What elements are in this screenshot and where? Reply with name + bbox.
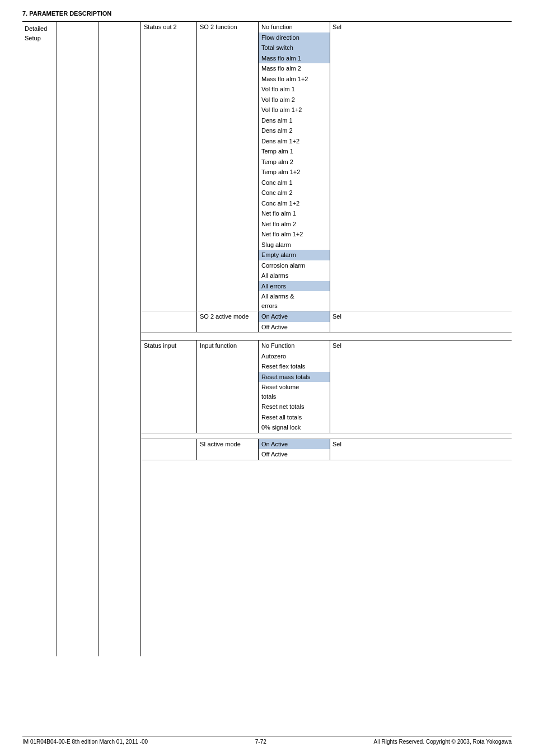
- val-all-errors: All errors: [259, 281, 330, 292]
- val-no-function-si: No Function: [259, 340, 330, 351]
- so2-active-mode-section: SO 2 active mode On Active Off Active Se…: [141, 311, 512, 333]
- status-input-label: Status input: [141, 340, 197, 433]
- status-input-section: Status input Input function No Function …: [141, 340, 512, 433]
- val-temp-alm1: Temp alm 1: [259, 146, 330, 157]
- spacer-col2: [57, 22, 99, 656]
- footer-left: IM 01R04B04-00-E 8th edition March 01, 2…: [22, 739, 148, 745]
- val-all-alarms-errors: All alarms &errors: [259, 291, 330, 311]
- page-footer: IM 01R04B04-00-E 8th edition March 01, 2…: [22, 736, 512, 745]
- si-active-mode-section: SI active mode On Active Off Active Sel: [141, 439, 512, 460]
- val-slug-alarm: Slug alarm: [259, 240, 330, 250]
- status-out2-section: Status out 2 SO 2 function No function F…: [141, 22, 512, 311]
- footer-right: All Rights Reserved. Copyright © 2003, R…: [374, 739, 512, 745]
- val-vol-flo-alm1: Vol flo alm 1: [259, 84, 330, 95]
- val-dens-alm1: Dens alm 1: [259, 115, 330, 126]
- val-0pct-signal-lock: 0% signal lock: [259, 422, 330, 433]
- si-active-spacer: [141, 439, 197, 460]
- so2-sel: Sel: [330, 22, 350, 311]
- val-net-flo-alm12: Net flo alm 1+2: [259, 229, 330, 240]
- val-flow-direction: Flow direction: [259, 32, 330, 43]
- val-mass-flo-alm1: Mass flo alm 1: [259, 53, 330, 64]
- so2-active-mode-label: SO 2 active mode: [197, 311, 259, 332]
- section-title: 7. PARAMETER DESCRIPTION: [22, 10, 111, 17]
- val-on-active-so2: On Active: [259, 311, 330, 322]
- val-reset-flex-totals: Reset flex totals: [259, 361, 330, 372]
- val-vol-flo-alm2: Vol flo alm 2: [259, 95, 330, 105]
- val-net-flo-alm2: Net flo alm 2: [259, 219, 330, 230]
- val-reset-net-totals: Reset net totals: [259, 402, 330, 412]
- val-on-active-si: On Active: [259, 439, 330, 450]
- val-off-active-so2: Off Active: [259, 322, 330, 333]
- val-reset-volume-totals: Reset volumetotals: [259, 382, 330, 402]
- val-empty-alarm: Empty alarm: [259, 250, 330, 260]
- page-header: 7. PARAMETER DESCRIPTION: [0, 0, 534, 21]
- si-spacer: [141, 433, 512, 439]
- si-values: No Function Autozero Reset flex totals R…: [259, 340, 330, 433]
- val-all-alarms: All alarms: [259, 270, 330, 281]
- val-conc-alm12: Conc alm 1+2: [259, 198, 330, 209]
- val-conc-alm2: Conc alm 2: [259, 188, 330, 198]
- si-active-sel: Sel: [330, 439, 350, 460]
- val-reset-mass-totals: Reset mass totals: [259, 372, 330, 382]
- main-content: Status out 2 SO 2 function No function F…: [141, 22, 512, 656]
- si-sel: Sel: [330, 340, 350, 433]
- val-vol-flo-alm12: Vol flo alm 1+2: [259, 105, 330, 115]
- val-reset-all-totals: Reset all totals: [259, 412, 330, 423]
- so2-active-sel: Sel: [330, 311, 350, 332]
- so2-values: No function Flow direction Total switch …: [259, 22, 330, 311]
- val-no-function: No function: [259, 22, 330, 32]
- detailed-label: Detailed Setup: [25, 24, 57, 43]
- bottom-padding: [141, 460, 512, 656]
- val-temp-alm12: Temp alm 1+2: [259, 167, 330, 178]
- val-mass-flo-alm12: Mass flo alm 1+2: [259, 74, 330, 85]
- input-function-label: Input function: [197, 340, 259, 433]
- spacer-between-blocks: [141, 333, 512, 340]
- val-net-flo-alm1: Net flo alm 1: [259, 208, 330, 219]
- val-conc-alm1: Conc alm 1: [259, 178, 330, 188]
- val-off-active-si: Off Active: [259, 449, 330, 460]
- so2-function-label: SO 2 function: [197, 22, 259, 311]
- si-active-values: On Active Off Active: [259, 439, 330, 460]
- val-autozero: Autozero: [259, 351, 330, 362]
- val-dens-alm12: Dens alm 1+2: [259, 136, 330, 147]
- so2-active-spacer: [141, 311, 197, 332]
- val-dens-alm2: Dens alm 2: [259, 125, 330, 136]
- val-corrosion-alarm: Corrosion alarm: [259, 260, 330, 271]
- si-active-mode-label: SI active mode: [197, 439, 259, 460]
- spacer-col3: [99, 22, 141, 656]
- footer-center: 7-72: [255, 739, 266, 745]
- left-sidebar: Detailed Setup: [22, 22, 57, 656]
- val-mass-flo-alm2: Mass flo alm 2: [259, 63, 330, 74]
- so2-active-values: On Active Off Active: [259, 311, 330, 332]
- status-out2-label: Status out 2: [141, 22, 197, 311]
- val-temp-alm2: Temp alm 2: [259, 157, 330, 167]
- val-total-switch: Total switch: [259, 43, 330, 53]
